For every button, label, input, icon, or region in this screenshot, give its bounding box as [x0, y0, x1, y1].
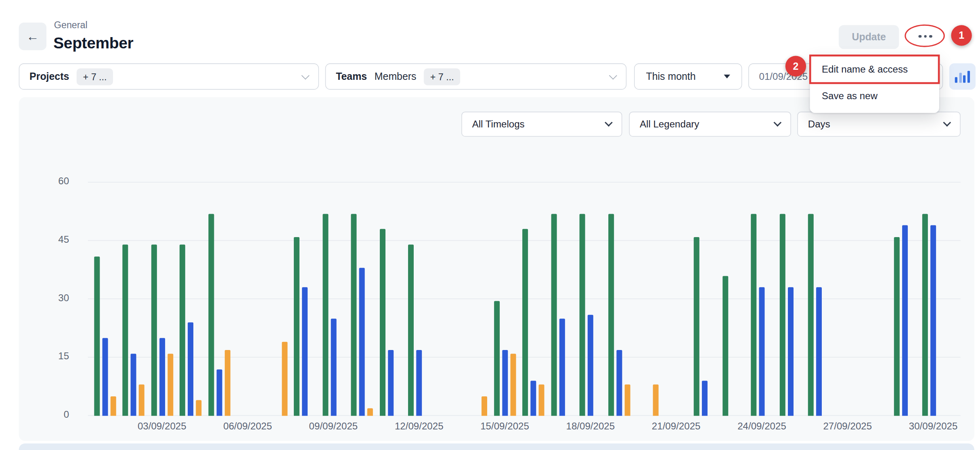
granularity-select[interactable]: Days: [797, 112, 960, 137]
menu-item-save-as-new[interactable]: Save as new: [810, 83, 939, 109]
legend-select-value: All Legendary: [640, 119, 699, 130]
chart-bar-series-green: [522, 229, 528, 416]
chart-bar-series-green: [408, 245, 414, 416]
chart-bar-series-green: [808, 214, 814, 416]
chart-bar-series-green: [494, 301, 499, 416]
x-axis-tick-label: 21/09/2025: [639, 421, 714, 432]
chevron-down-icon: [609, 72, 617, 80]
x-axis-tick-label: 03/09/2025: [124, 421, 200, 432]
annotation-badge-1: 1: [951, 25, 972, 46]
chart-plot: [88, 183, 961, 416]
chart-bar-series-orange: [510, 354, 516, 416]
chart-bar-series-blue: [616, 350, 622, 416]
y-axis-tick-label: 60: [19, 176, 69, 187]
report-page: ← General September Update Projects + 7 …: [0, 0, 980, 450]
chart-bar-series-green: [751, 214, 756, 416]
chart-bar-series-green: [894, 237, 899, 416]
timelogs-select[interactable]: All Timelogs: [461, 112, 622, 137]
chart-bar-series-orange: [539, 385, 544, 416]
next-section-edge: [19, 444, 974, 450]
chart-bar-series-blue: [559, 319, 565, 416]
x-axis-tick-label: 18/09/2025: [553, 421, 628, 432]
page-title: September: [53, 34, 133, 52]
chart-view-toggle-button[interactable]: [949, 63, 976, 90]
period-select-value: This month: [646, 71, 696, 82]
chart-bar-series-green: [379, 229, 385, 416]
chart-bar-series-blue: [787, 288, 793, 416]
timelogs-select-value: All Timelogs: [472, 119, 525, 130]
chart-bar-series-blue: [759, 288, 764, 416]
chart-bar-series-green: [294, 237, 299, 416]
chart-bar-series-green: [779, 214, 785, 416]
teams-filter-label: Teams: [336, 71, 367, 82]
back-arrow-icon: ←: [26, 29, 39, 44]
chevron-down-icon: [605, 119, 613, 127]
y-axis-tick-label: 15: [19, 350, 69, 362]
chart-bar-series-blue: [816, 288, 822, 416]
y-axis-tick-label: 45: [19, 234, 69, 245]
chart-bar-series-blue: [902, 225, 907, 416]
period-select[interactable]: This month: [634, 63, 742, 90]
chart-bar-series-blue: [387, 350, 393, 416]
menu-item-edit-name-access[interactable]: Edit name & access: [810, 56, 939, 83]
granularity-select-value: Days: [808, 119, 830, 130]
page: ← General September Update Projects + 7 …: [0, 0, 980, 450]
x-axis-tick-label: 06/09/2025: [210, 421, 285, 432]
caret-down-icon: [724, 75, 730, 78]
chart-bar-series-green: [208, 214, 214, 416]
chart-bar-series-blue: [530, 381, 536, 416]
chart-bar-series-green: [351, 214, 356, 416]
chevron-down-icon: [773, 119, 781, 127]
chart-bar-series-green: [608, 214, 614, 416]
chart-bar-series-green: [722, 276, 728, 416]
x-axis-tick-label: 27/09/2025: [810, 421, 885, 432]
chart-bar-series-orange: [196, 400, 201, 416]
chart-bar-series-blue: [359, 268, 365, 416]
update-button[interactable]: Update: [839, 25, 899, 49]
chart-bar-series-blue: [159, 338, 165, 416]
chart-bar-series-blue: [188, 323, 193, 416]
y-axis-tick-label: 0: [19, 409, 69, 420]
chart-bar-series-blue: [331, 319, 336, 416]
chart-bar-series-green: [122, 245, 128, 416]
bar-chart-icon: [955, 71, 970, 83]
projects-filter-chip[interactable]: + 7 ...: [77, 68, 113, 85]
back-button[interactable]: ←: [19, 23, 46, 50]
ellipsis-icon: [924, 35, 927, 38]
chart-bar-series-blue: [131, 354, 136, 416]
more-options-button[interactable]: [909, 29, 942, 44]
chart-bar-series-orange: [282, 342, 287, 416]
chevron-down-icon: [302, 72, 310, 80]
chart-bar-series-green: [551, 214, 557, 416]
teams-filter[interactable]: Teams Members + 7 ...: [325, 63, 627, 90]
chart-gridline: [88, 182, 961, 183]
teams-filter-chip[interactable]: + 7 ...: [424, 68, 460, 85]
chevron-down-icon: [943, 119, 951, 127]
chart-bar-series-green: [180, 245, 185, 416]
chart-bar-series-orange: [224, 350, 230, 416]
x-axis-tick-label: 09/09/2025: [296, 421, 371, 432]
chart-bar-series-orange: [482, 396, 487, 416]
chart-bar-series-green: [94, 256, 100, 416]
chart-bar-series-green: [694, 237, 699, 416]
chart-bar-series-orange: [110, 396, 116, 416]
legend-select[interactable]: All Legendary: [629, 112, 791, 137]
more-options-menu: Edit name & access Save as new: [810, 55, 939, 113]
x-axis-tick-label: 24/09/2025: [724, 421, 800, 432]
chart-bar-series-green: [322, 214, 328, 416]
y-axis-tick-label: 30: [19, 292, 69, 304]
breadcrumb: General: [54, 19, 88, 30]
chart-bar-series-blue: [588, 315, 593, 416]
chart-bar-series-orange: [653, 385, 659, 416]
ellipsis-icon: [919, 35, 921, 38]
chart-bar-series-blue: [702, 381, 708, 416]
chart-bar-series-blue: [302, 288, 308, 416]
x-axis-tick-label: 15/09/2025: [467, 421, 542, 432]
chart-bar-series-orange: [139, 385, 144, 416]
chart-bar-series-blue: [930, 225, 936, 416]
members-filter-label: Members: [375, 71, 417, 82]
chart-bar-series-blue: [502, 350, 508, 416]
projects-filter[interactable]: Projects + 7 ...: [19, 63, 319, 90]
chart-bar-series-green: [922, 214, 928, 416]
report-chart-card: All Timelogs All Legendary Days 01530456…: [19, 97, 974, 441]
